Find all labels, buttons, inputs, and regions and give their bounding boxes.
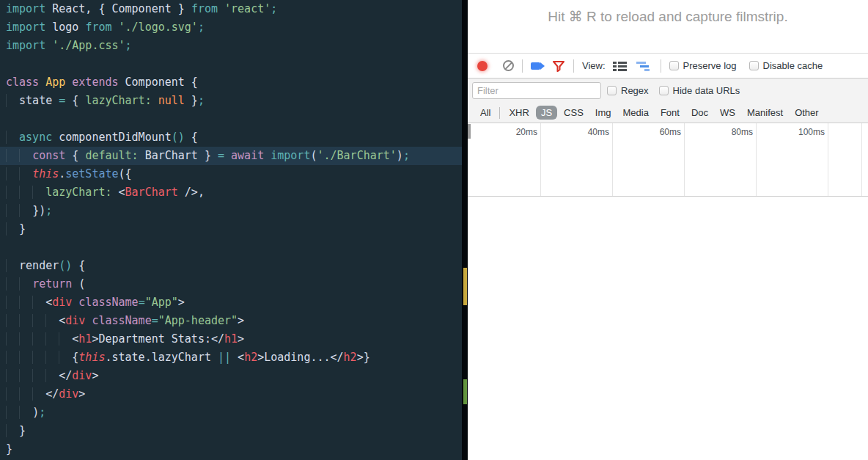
timeline-tick-label: 60ms: [630, 127, 681, 137]
code-area[interactable]: import React, { Component } from 'react'…: [0, 0, 462, 460]
tab-manifest[interactable]: Manifest: [742, 106, 788, 120]
preserve-log-label: Preserve log: [683, 60, 737, 71]
code-line[interactable]: }: [6, 220, 462, 238]
app-window: import React, { Component } from 'react'…: [0, 0, 868, 460]
added-mark: [463, 379, 467, 404]
timeline-tick-label: 100ms: [773, 127, 825, 137]
timeline-gridline: [828, 123, 828, 196]
tab-ws[interactable]: WS: [715, 106, 740, 120]
code-line[interactable]: this.setState({: [6, 165, 462, 183]
code-line[interactable]: <h1>Department Stats:</h1>: [6, 330, 462, 348]
timeline-gridline: [756, 123, 757, 196]
resource-type-tabs: AllXHRJSCSSImgMediaFontDocWSManifestOthe…: [468, 103, 868, 123]
code-line[interactable]: state = { lazyChart: null };: [6, 92, 462, 110]
code-line[interactable]: lazyChart: <BarChart />,: [6, 183, 462, 202]
clear-icon[interactable]: [503, 60, 514, 71]
timeline-tick-label: 80ms: [702, 127, 753, 137]
regex-label: Regex: [621, 85, 649, 96]
code-line[interactable]: async componentDidMount() {: [6, 128, 462, 147]
timeline-header: 20ms40ms60ms80ms100ms: [468, 123, 868, 197]
network-toolbar: View: Preserve log Disable cache: [468, 53, 868, 79]
tab-media[interactable]: Media: [617, 106, 653, 120]
code-line[interactable]: import './App.css';: [6, 37, 462, 55]
tab-js[interactable]: JS: [536, 106, 557, 120]
toolbar-divider: [573, 59, 574, 73]
regex-checkbox[interactable]: [607, 86, 617, 95]
record-icon[interactable]: [477, 61, 488, 71]
timeline-gridline: [684, 123, 685, 196]
disable-cache-checkbox[interactable]: [749, 61, 759, 70]
code-line[interactable]: [6, 238, 462, 257]
code-line[interactable]: }: [6, 440, 462, 459]
code-line[interactable]: import logo from './logo.svg';: [6, 18, 462, 37]
code-line[interactable]: class App extends Component {: [6, 73, 462, 92]
code-line[interactable]: }: [6, 422, 462, 440]
view-label: View:: [582, 60, 606, 71]
toolbar-divider: [661, 59, 661, 73]
code-line[interactable]: <div className="App-header">: [6, 312, 462, 330]
tab-divider: [499, 107, 500, 119]
code-line[interactable]: </div>: [6, 385, 462, 404]
filter-funnel-icon[interactable]: [552, 60, 565, 72]
code-line[interactable]: </div>: [6, 367, 462, 385]
timeline-gridline: [861, 123, 862, 196]
toolbar-divider: [522, 59, 523, 73]
waterfall-icon[interactable]: [636, 61, 652, 71]
filter-input[interactable]: [472, 82, 601, 99]
code-editor-pane: import React, { Component } from 'react'…: [0, 0, 468, 460]
tab-xhr[interactable]: XHR: [504, 106, 534, 120]
hide-data-urls-label: Hide data URLs: [673, 85, 740, 96]
code-line[interactable]: return (: [6, 275, 462, 293]
code-line[interactable]: import React, { Component } from 'react'…: [6, 0, 462, 18]
preserve-log-checkbox[interactable]: [669, 61, 679, 70]
filmstrip-camera-icon[interactable]: [531, 62, 540, 70]
tab-font[interactable]: Font: [655, 106, 685, 120]
disable-cache-label: Disable cache: [763, 60, 823, 71]
timeline-gridline: [540, 123, 541, 196]
code-line[interactable]: render() {: [6, 257, 462, 275]
code-line[interactable]: {this.state.lazyChart || <h2>Loading...<…: [6, 348, 462, 367]
code-line[interactable]: const { default: BarChart } = await impo…: [0, 147, 462, 165]
filter-bar: Regex Hide data URLs: [468, 79, 868, 103]
tab-other[interactable]: Other: [790, 106, 824, 120]
scrollbar-thumb[interactable]: [468, 124, 471, 139]
tab-css[interactable]: CSS: [559, 106, 589, 120]
code-line[interactable]: <div className="App">: [6, 293, 462, 312]
hide-data-urls-checkbox[interactable]: [659, 86, 669, 95]
filmstrip-hint: Hit ⌘ R to reload and capture filmstrip.: [468, 0, 868, 53]
tab-doc[interactable]: Doc: [686, 106, 713, 120]
code-line[interactable]: [6, 110, 462, 128]
code-line[interactable]: [6, 55, 462, 73]
modified-mark: [463, 268, 467, 305]
devtools-network-panel: Hit ⌘ R to reload and capture filmstrip.…: [468, 0, 868, 460]
timeline-tick-label: 40ms: [558, 127, 609, 137]
timeline-gridline: [612, 123, 613, 196]
tab-img[interactable]: Img: [590, 106, 617, 120]
timeline-tick-label: 20ms: [486, 127, 537, 137]
code-line[interactable]: });: [6, 202, 462, 220]
code-line[interactable]: );: [6, 404, 462, 422]
tab-all[interactable]: All: [475, 106, 496, 120]
editor-scrollbar[interactable]: [462, 0, 468, 460]
large-rows-icon[interactable]: [613, 61, 627, 71]
